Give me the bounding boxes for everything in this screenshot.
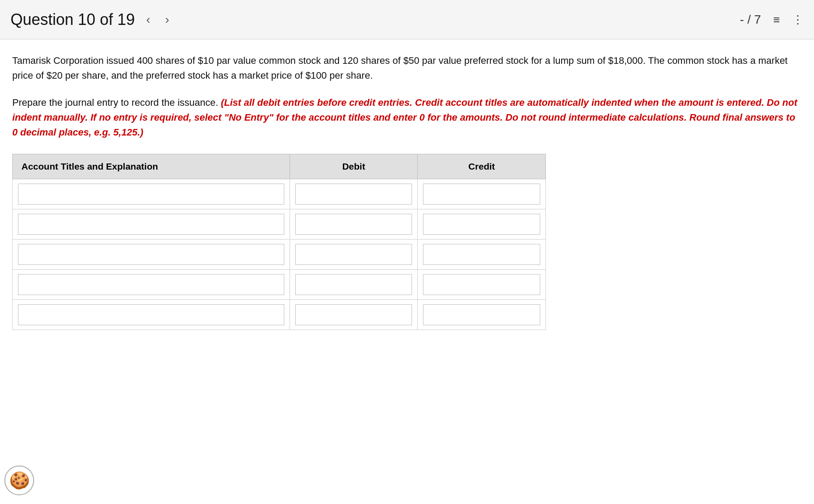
table-header-row: Account Titles and Explanation Debit Cre… (13, 154, 546, 179)
cell-debit-0 (290, 179, 418, 209)
cell-credit-1 (418, 209, 546, 240)
input-credit-0[interactable] (423, 184, 540, 205)
question-title: Question 10 of 19 (10, 10, 135, 29)
cell-account-3 (13, 270, 290, 300)
instruction-prefix: Prepare the journal entry to record the … (12, 97, 221, 108)
header-left: Question 10 of 19 ‹ › (10, 10, 173, 29)
cell-account-1 (13, 209, 290, 240)
input-debit-3[interactable] (295, 274, 412, 295)
col-header-account: Account Titles and Explanation (13, 154, 290, 179)
input-credit-3[interactable] (423, 274, 540, 295)
cell-credit-2 (418, 240, 546, 270)
next-button[interactable]: › (162, 11, 173, 28)
table-row (13, 179, 546, 209)
input-debit-2[interactable] (295, 244, 412, 265)
input-credit-2[interactable] (423, 244, 540, 265)
input-credit-4[interactable] (423, 304, 540, 325)
score-display: - / 7 (740, 13, 761, 27)
cell-credit-3 (418, 270, 546, 300)
prev-button[interactable]: ‹ (143, 11, 154, 28)
table-row (13, 270, 546, 300)
cell-credit-0 (418, 179, 546, 209)
journal-table: Account Titles and Explanation Debit Cre… (12, 154, 546, 330)
question-paragraph: Tamarisk Corporation issued 400 shares o… (12, 53, 800, 83)
input-account-0[interactable] (18, 184, 284, 205)
col-header-debit: Debit (290, 154, 418, 179)
input-account-3[interactable] (18, 274, 284, 295)
page-header: Question 10 of 19 ‹ › - / 7 ≡ ⋮ (0, 0, 814, 39)
more-button[interactable]: ⋮ (792, 14, 804, 25)
cookie-icon[interactable]: 🍪 (4, 466, 34, 495)
table-row (13, 209, 546, 240)
table-row (13, 300, 546, 330)
input-debit-1[interactable] (295, 214, 412, 235)
menu-button[interactable]: ≡ (773, 14, 780, 25)
cell-account-4 (13, 300, 290, 330)
cell-debit-3 (290, 270, 418, 300)
cell-credit-4 (418, 300, 546, 330)
input-account-1[interactable] (18, 214, 284, 235)
header-right: - / 7 ≡ ⋮ (740, 13, 804, 27)
cell-debit-1 (290, 209, 418, 240)
cell-debit-4 (290, 300, 418, 330)
cookie-emoji: 🍪 (9, 471, 30, 490)
input-account-2[interactable] (18, 244, 284, 265)
input-account-4[interactable] (18, 304, 284, 325)
instruction-text: Prepare the journal entry to record the … (12, 95, 800, 140)
input-credit-1[interactable] (423, 214, 540, 235)
cell-account-2 (13, 240, 290, 270)
table-row (13, 240, 546, 270)
col-header-credit: Credit (418, 154, 546, 179)
cell-debit-2 (290, 240, 418, 270)
input-debit-0[interactable] (295, 184, 412, 205)
page-content: Tamarisk Corporation issued 400 shares o… (0, 39, 814, 348)
input-debit-4[interactable] (295, 304, 412, 325)
cell-account-0 (13, 179, 290, 209)
